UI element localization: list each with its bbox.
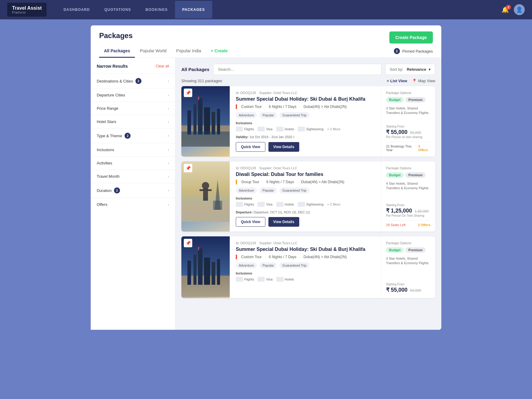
filter-duration[interactable]: Duration 2 › [91, 183, 175, 198]
svg-rect-20 [187, 261, 191, 285]
package-description: 3 Star Hotels, Shared Transfers & Econom… [386, 256, 430, 280]
package-body: Id: DDOQ128 Supplier: Octet Tours LLC Di… [230, 161, 381, 232]
option-tags: Budget Premium [386, 247, 430, 253]
quick-view-button[interactable]: Quick View [236, 142, 265, 152]
main-container: Packages Create Package All Packages Pop… [85, 19, 447, 336]
hotels-icon [276, 127, 284, 131]
route: Dubai(4N) > Abi Dhabi(2N) [303, 105, 347, 109]
package-title: Summer Special Dubai Holiday: Ski Dubai … [236, 96, 375, 102]
package-supplier: Supplier: Octet Tours LLC [259, 91, 297, 95]
svg-rect-26 [198, 247, 199, 250]
per-person-text: Per Person On Twin Sharing [386, 214, 430, 217]
bookings-text: 21 Bookings This Year [386, 144, 418, 152]
tab-popular-india[interactable]: Popular India [171, 45, 206, 58]
inclusion-visa: Visa [258, 202, 272, 207]
filter-inclusions[interactable]: Inclusions › [91, 143, 175, 156]
filter-destinations-count: 2 [135, 78, 141, 84]
pinned-packages-button[interactable]: 2 Pinned Packages [394, 48, 433, 54]
svg-rect-9 [181, 131, 230, 147]
pin-button[interactable]: 📌 [184, 239, 192, 247]
tabs-row: All Packages Popular World Popular India… [91, 45, 441, 58]
tag-adventure: Adventure [236, 187, 257, 193]
route: Dubai(4N) > Abi Dhabi(2N) [303, 255, 347, 259]
filter-hotel-stars[interactable]: Hotel Stars › [91, 115, 175, 128]
tag-adventure: Adventure [236, 112, 257, 118]
package-validity: Validity: 1st Oct 2019 - 31st Jan 2020 ℹ [236, 135, 375, 139]
chevron-right-icon: › [168, 203, 169, 207]
flights-icon [236, 202, 243, 207]
tab-popular-world[interactable]: Popular World [135, 45, 171, 58]
clear-all-button[interactable]: Clear all [156, 64, 169, 68]
filter-inclusions-label: Inclusions [97, 148, 114, 152]
nav-quotations[interactable]: QUOTATIONS [97, 1, 138, 18]
filter-travel-label: Travel Month [97, 174, 119, 179]
map-view-toggle[interactable]: 📍 Map View [412, 79, 435, 83]
view-toggles: ≡ List View 📍 Map View [387, 79, 435, 83]
package-id: Id: DDOQ128 [236, 166, 256, 170]
hotels-icon [276, 202, 284, 207]
nav-packages[interactable]: PACKAGES [175, 1, 212, 18]
price-row: ₹ 1,25,000 1,35,000 [386, 207, 430, 214]
svg-rect-24 [212, 262, 215, 285]
filter-hotel-label: Hotel Stars [97, 119, 116, 124]
nav-links: DASHBOARD QUOTATIONS BOOKINGS PACKAGES [56, 1, 501, 18]
more-inclusions: + 2 More [327, 127, 340, 131]
duration: 6 Nights / 7 Days [266, 180, 294, 184]
package-details: Custom Tour · 6 Nights / 7 Days · Dubai(… [236, 255, 375, 259]
package-price-original: 60,000 [410, 131, 421, 135]
filter-activities[interactable]: Activities › [91, 156, 175, 170]
package-description: 3 Star Hotels, Shared Transfers & Econom… [386, 106, 430, 122]
chevron-right-icon: › [168, 174, 169, 179]
package-details: Group Tour · 6 Nights / 7 Days · Dubai(4… [236, 180, 375, 184]
user-avatar[interactable]: 👤 [514, 4, 525, 15]
nav-dashboard[interactable]: DASHBOARD [56, 1, 97, 18]
list-view-toggle[interactable]: ≡ List View [387, 79, 407, 83]
notifications-button[interactable]: 🔔 2 [501, 6, 509, 13]
page-title: Packages [99, 31, 133, 40]
brand-name: Travel Assist [12, 5, 42, 11]
offers-count[interactable]: 2 Offers [418, 223, 430, 227]
chevron-down-icon: ▾ [429, 67, 431, 72]
options-title: Package Options [386, 241, 430, 245]
filter-destinations[interactable]: Destinations & Cities 2 › [91, 73, 175, 88]
tabs: All Packages Popular World Popular India… [99, 45, 232, 57]
svg-rect-25 [217, 259, 220, 285]
tour-type: Custom Tour [241, 105, 262, 109]
view-details-button[interactable]: View Details [268, 142, 299, 152]
tab-all-packages[interactable]: All Packages [99, 45, 135, 58]
filter-offers-label: Offers [97, 202, 107, 207]
svg-rect-22 [198, 248, 203, 285]
validity-info-icon[interactable]: ℹ [293, 135, 294, 139]
package-details: Custom Tour · 6 Nights / 7 Days · Dubai(… [236, 104, 375, 109]
quick-view-button[interactable]: Quick View [236, 217, 265, 227]
per-person-text: Per Person on twin sharing [386, 135, 430, 139]
package-actions: Quick View View Details [236, 142, 375, 152]
pin-button[interactable]: 📌 [184, 89, 192, 97]
inclusion-hotels: Hotels [276, 202, 294, 207]
filter-price-range[interactable]: Price Range › [91, 102, 175, 115]
option-premium: Premium [405, 97, 426, 102]
tab-create[interactable]: + Create [206, 45, 232, 58]
package-tags: Adventure Popular Guaranteed Trip [236, 262, 375, 268]
filter-travel-month[interactable]: Travel Month › [91, 170, 175, 183]
starting-from-label: Starting From [386, 283, 430, 286]
sort-dropdown[interactable]: Sort by: Relevance ▾ [385, 64, 435, 75]
filter-offers[interactable]: Offers › [91, 198, 175, 211]
view-details-button[interactable]: View Details [268, 217, 299, 227]
pin-button[interactable]: 📌 [184, 164, 192, 172]
filter-type-theme[interactable]: Type & Theme 2 › [91, 128, 175, 143]
filter-departure-cities[interactable]: Departure Cities › [91, 88, 175, 102]
svg-rect-4 [198, 98, 203, 135]
package-supplier: Supplier: Octet Tours LLC [259, 166, 297, 170]
tag-guaranteed: Guaranteed Trip [279, 112, 310, 118]
more-inclusions: + 2 More [327, 203, 340, 206]
create-package-button[interactable]: Create Package [389, 31, 433, 44]
svg-rect-23 [204, 258, 210, 285]
nav-bookings[interactable]: BOOKINGS [138, 1, 175, 18]
package-price-original: 1,35,000 [415, 209, 429, 213]
offers-count[interactable]: 3 Offers [418, 144, 430, 152]
brand-logo[interactable]: Travel Assist Platform [7, 3, 47, 17]
search-input[interactable] [213, 64, 382, 75]
nav-right: 🔔 2 👤 [501, 4, 525, 15]
seats-left-text: 18 Seats Left [386, 223, 406, 227]
